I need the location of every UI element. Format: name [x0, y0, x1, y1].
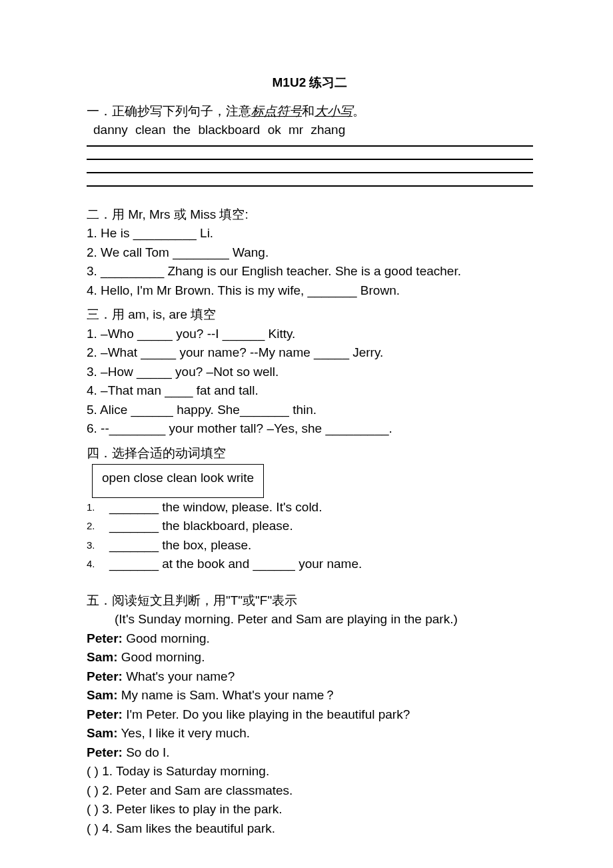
- reading-intro: (It's Sunday morning. Peter and Sam are …: [115, 610, 533, 629]
- dialogue-text: Good morning.: [117, 650, 205, 664]
- dialogue-text: Yes, I like it very much.: [117, 726, 250, 740]
- section-3-heading: 三．用 am, is, are 填空: [87, 305, 533, 325]
- dialogue-line: Sam: My name is Sam. What's your name？: [87, 686, 533, 705]
- s3-item-4: 4. –That man ____ fat and tall.: [87, 381, 533, 401]
- s3-item-6: 6. --________ your mother tall? –Yes, sh…: [87, 419, 533, 439]
- s1-heading-prefix: 一．正确抄写下列句子，注意: [87, 104, 251, 118]
- s4-item-2: 2. _______ the blackboard, please.: [87, 517, 533, 536]
- s2-item-2: 2. We call Tom ________ Wang.: [87, 243, 533, 263]
- section-4-heading: 四．选择合适的动词填空: [87, 444, 533, 463]
- speaker-label: Peter:: [87, 669, 123, 683]
- copy-sentence-text: danny clean the blackboard ok mr zhang: [93, 121, 533, 140]
- dialogue-line: Peter: I'm Peter. Do you like playing in…: [87, 705, 533, 725]
- dialogue-text: My name is Sam. What's your name？: [117, 688, 336, 702]
- section-5-heading: 五．阅读短文且判断，用"T"或"F"表示: [87, 591, 533, 611]
- section-1-heading: 一．正确抄写下列句子，注意标点符号和大小写。: [87, 102, 533, 121]
- s2-item-4: 4. Hello, I'm Mr Brown. This is my wife,…: [87, 281, 533, 301]
- s4-body-3: _______ the box, please.: [109, 536, 533, 555]
- dialogue-line: Sam: Good morning.: [87, 648, 533, 667]
- s4-item-3: 3. _______ the box, please.: [87, 536, 533, 555]
- dialogue-line: Peter: What's your name?: [87, 667, 533, 687]
- ruling-line: [87, 145, 533, 147]
- section-2-heading: 二．用 Mr, Mrs 或 Miss 填空:: [87, 205, 533, 225]
- dialogue-text: What's your name?: [123, 669, 235, 683]
- dialogue-text: Good morning.: [123, 631, 210, 645]
- ruling-line: [87, 185, 533, 187]
- s3-item-2: 2. –What _____ your name? --My name ____…: [87, 343, 533, 363]
- dialogue-line: Sam: Yes, I like it very much.: [87, 724, 533, 743]
- s2-item-3: 3. _________ Zhang is our English teache…: [87, 262, 533, 281]
- ruling-line: [87, 172, 533, 173]
- speaker-label: Sam:: [87, 650, 117, 664]
- speaker-label: Sam:: [87, 726, 117, 740]
- speaker-label: Sam:: [87, 688, 117, 702]
- s4-num-1: 1.: [87, 498, 109, 517]
- dialogue-text: So do I.: [123, 745, 170, 759]
- tf-item-3: ( ) 3. Peter likes to play in the park.: [87, 800, 533, 819]
- s4-num-2: 2.: [87, 517, 109, 536]
- s4-item-1: 1. _______ the window, please. It's cold…: [87, 498, 533, 517]
- s4-item-4: 4. _______ at the book and ______ your n…: [87, 555, 533, 574]
- ruling-line: [87, 159, 533, 160]
- s4-body-2: _______ the blackboard, please.: [109, 517, 533, 536]
- tf-item-4: ( ) 4. Sam likes the beautiful park.: [87, 819, 533, 839]
- page-title: M1U2 练习二: [87, 73, 533, 93]
- s1-heading-suffix: 。: [352, 104, 365, 118]
- s4-list: 1. _______ the window, please. It's cold…: [87, 498, 533, 574]
- dialogue-line: Peter: Good morning.: [87, 629, 533, 649]
- s4-num-4: 4.: [87, 555, 109, 574]
- s3-item-1: 1. –Who _____ you? --I ______ Kitty.: [87, 325, 533, 344]
- dialogue-text: I'm Peter. Do you like playing in the be…: [123, 707, 410, 721]
- worksheet-page: M1U2 练习二 一．正确抄写下列句子，注意标点符号和大小写。 danny cl…: [0, 0, 613, 868]
- speaker-label: Peter:: [87, 707, 123, 721]
- dialogue-line: Peter: So do I.: [87, 743, 533, 763]
- s4-body-1: _______ the window, please. It's cold.: [109, 498, 533, 517]
- tf-item-2: ( ) 2. Peter and Sam are classmates.: [87, 781, 533, 801]
- dialogue-block: Peter: Good morning. Sam: Good morning. …: [87, 629, 533, 763]
- s3-item-5: 5. Alice ______ happy. She_______ thin.: [87, 401, 533, 420]
- s2-item-1: 1. He is _________ Li.: [87, 224, 533, 243]
- tf-item-1: ( ) 1. Today is Saturday morning.: [87, 762, 533, 781]
- s3-item-3: 3. –How _____ you? –Not so well.: [87, 363, 533, 382]
- s1-heading-underline-1: 标点符号: [251, 104, 302, 118]
- s1-heading-mid: 和: [302, 104, 314, 118]
- s4-body-4: _______ at the book and ______ your name…: [109, 555, 533, 574]
- s1-heading-underline-2: 大小写: [314, 104, 352, 118]
- speaker-label: Peter:: [87, 745, 123, 759]
- s4-num-3: 3.: [87, 536, 109, 555]
- word-bank-box: open close clean look write: [92, 464, 264, 498]
- speaker-label: Peter:: [87, 631, 123, 645]
- writing-lines: [87, 145, 533, 187]
